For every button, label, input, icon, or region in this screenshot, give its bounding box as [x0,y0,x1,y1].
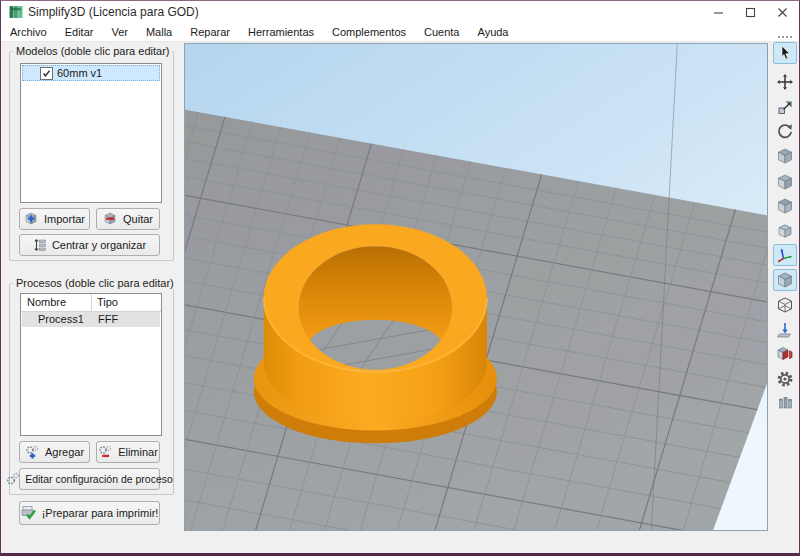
processes-panel-title: Procesos (doble clic para editar) [13,277,177,289]
model-60mm-ring[interactable] [254,224,497,443]
view-side-button[interactable] [773,220,797,242]
models-panel-title: Modelos (doble clic para editar) [13,45,172,57]
model-item-label: 60mm v1 [57,67,102,79]
translate-tool-button[interactable] [773,71,797,93]
menu-complementos[interactable]: Complementos [323,26,415,38]
close-icon [777,7,788,18]
toolbar-grip[interactable] [777,36,793,38]
remove-button-label: Quitar [123,213,153,225]
edit-process-settings-button[interactable]: Editar configuración de proceso [19,468,160,490]
solid-render-button[interactable] [773,269,797,291]
viewport-3d[interactable] [184,43,768,531]
wireframe-cube-icon [776,296,794,314]
column-divider [91,294,92,311]
center-arrange-button-label: Centrar y organizar [52,239,146,251]
rotate-icon [776,122,794,140]
scale-tool-button[interactable] [773,96,797,118]
menu-ayuda[interactable]: Ayuda [469,26,518,38]
maximize-button[interactable] [735,1,766,23]
cross-section-icon [776,345,794,363]
simplify3d-window: Simplify3D (Licencia para GOD) Archivo E… [0,0,800,556]
import-button[interactable]: Importar [19,208,90,230]
import-button-label: Importar [44,213,85,225]
process-name-cell: Process1 [38,313,84,325]
prepare-to-print-button[interactable]: ¡Preparar para imprimir! [19,501,160,525]
center-arrange-icon [33,238,47,252]
remove-button[interactable]: Quitar [96,208,160,230]
view-default-button[interactable] [773,145,797,167]
delete-process-button[interactable]: Eliminar [96,441,160,463]
minimize-icon [713,7,724,18]
machine-settings-button[interactable] [773,368,797,390]
models-list[interactable]: 60mm v1 [20,63,162,203]
menu-cuenta[interactable]: Cuenta [415,26,468,38]
checkmark-icon [42,69,51,78]
gear-icon [776,370,794,388]
edit-process-settings-label: Editar configuración de proceso [25,473,173,485]
move-arrows-icon [776,73,794,91]
place-on-bed-button[interactable] [773,319,797,341]
view-toolbar [771,41,799,531]
delete-gear-minus-icon [98,445,113,460]
menu-archivo[interactable]: Archivo [1,26,56,38]
cross-section-button[interactable] [773,343,797,365]
cube-icon [776,147,794,165]
cursor-icon [776,44,794,62]
menu-malla[interactable]: Malla [137,26,181,38]
remove-cube-minus-icon [103,212,118,226]
model-list-item-60mm[interactable]: 60mm v1 [22,65,160,81]
cube-icon [776,197,794,215]
cube-icon [776,222,794,240]
wireframe-render-button[interactable] [773,294,797,316]
process-table[interactable]: Nombre Tipo Process1 FFF [20,293,162,436]
window-title: Simplify3D (Licencia para GOD) [28,5,199,19]
drop-arrow-icon [776,321,794,339]
select-tool-button[interactable] [773,42,797,64]
axes-icon [776,246,794,264]
add-process-button[interactable]: Agregar [19,441,90,463]
column-header-nombre: Nombre [27,296,66,308]
delete-process-button-label: Eliminar [118,446,158,458]
process-row-process1[interactable]: Process1 FFF [22,312,160,327]
view-front-button[interactable] [773,195,797,217]
maximize-icon [745,7,756,18]
print-check-icon [21,505,37,521]
menu-reparar[interactable]: Reparar [181,26,239,38]
model-visibility-checkbox[interactable] [40,67,53,80]
close-button[interactable] [767,1,798,23]
column-header-tipo: Tipo [97,296,118,308]
scene-canvas [185,44,767,530]
title-bar: Simplify3D (Licencia para GOD) [1,1,799,23]
edit-gears-icon [6,472,20,486]
scale-icon [776,98,794,116]
center-arrange-button[interactable]: Centrar y organizar [19,234,160,256]
view-top-button[interactable] [773,171,797,193]
rotate-tool-button[interactable] [773,120,797,142]
menu-ver[interactable]: Ver [102,26,137,38]
menu-editar[interactable]: Editar [56,26,103,38]
process-type-cell: FFF [98,313,118,325]
support-structures-button[interactable] [773,391,797,413]
cube-icon [776,173,794,191]
menu-bar: Archivo Editar Ver Malla Reparar Herrami… [1,23,799,42]
minimize-button[interactable] [703,1,734,23]
supports-icon [776,393,794,411]
app-logo-icon [9,5,23,19]
prepare-to-print-label: ¡Preparar para imprimir! [42,507,159,519]
menu-herramientas[interactable]: Herramientas [239,26,323,38]
show-axes-button[interactable] [773,244,797,266]
solid-cube-icon [776,271,794,289]
add-gear-plus-icon [25,445,40,460]
add-process-button-label: Agregar [45,446,84,458]
import-cube-plus-icon [24,212,39,226]
